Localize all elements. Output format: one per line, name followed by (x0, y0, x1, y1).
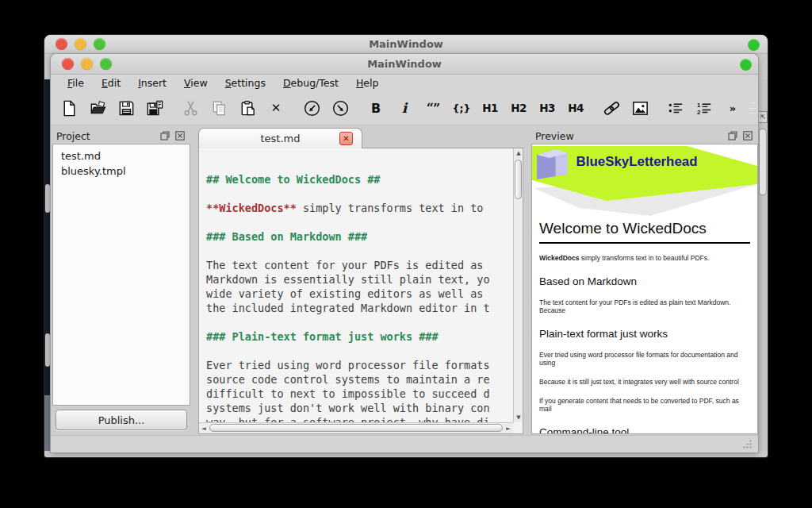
undo-button[interactable] (300, 96, 324, 120)
editor-text[interactable]: ## Welcome to WickedDocs ## **WickedDocs… (199, 148, 513, 422)
preview-panel-title: Preview (535, 130, 724, 142)
blockquote-button[interactable]: “” (421, 96, 445, 120)
bold-button[interactable]: B (364, 96, 388, 120)
bullet-list-button[interactable] (664, 96, 688, 120)
cut-icon (182, 99, 200, 117)
float-panel-button[interactable] (159, 130, 171, 142)
overflow-button[interactable]: » (721, 96, 745, 120)
scroll-left-arrow-icon[interactable]: ◄ (199, 424, 209, 433)
editor-line (206, 215, 513, 229)
copy-button[interactable] (207, 96, 231, 120)
editor-line: the included integrated Markdown editor … (206, 301, 513, 315)
dock-area: Project test.mdbluesky.tmpl Publish... (51, 125, 758, 435)
preview-p: Ever tried using word processor file for… (539, 351, 750, 367)
heading3-button[interactable]: H3 (535, 96, 559, 120)
link-button[interactable] (599, 96, 623, 120)
editor-tab-bar: test.md ✕ (198, 128, 523, 148)
close-panel-button[interactable] (174, 130, 186, 142)
editor-pane: test.md ✕ ## Welcome to WickedDocs ## **… (198, 128, 523, 434)
code-button[interactable]: {;} (450, 96, 473, 120)
toolbar: ✕Bi“”{;}H1H2H3H412» (51, 91, 758, 125)
project-file[interactable]: test.md (53, 148, 190, 164)
save-button[interactable] (114, 96, 138, 120)
link-icon (603, 99, 621, 117)
close-icon (175, 131, 185, 140)
cut-button[interactable] (178, 96, 202, 120)
editor-vertical-scrollbar[interactable]: ▲ ▼ (513, 148, 523, 422)
project-file[interactable]: bluesky.tmpl (53, 164, 190, 179)
scrollbar-thumb[interactable] (515, 160, 522, 199)
editor-line: ### Based on Markdown ### (206, 229, 513, 244)
heading4-button[interactable]: H4 (564, 96, 588, 120)
editor-line: difficult to next to impossible to succe… (206, 387, 513, 401)
editor-line (206, 244, 513, 258)
screen: MainWindow ⇱ MainWindow FileEditInse (0, 0, 812, 508)
preview-h2: Based on Markdown (539, 275, 750, 287)
close-tab-button[interactable]: ✕ (339, 132, 353, 145)
preview-h1: Welcome to WickedDocs (539, 220, 750, 244)
svg-text:1: 1 (697, 101, 701, 108)
menu-view[interactable]: View (175, 75, 216, 90)
menu-settings[interactable]: Settings (216, 75, 274, 90)
preview-h2: Command-line tool (539, 426, 750, 434)
menu-debug-test[interactable]: Debug/Test (274, 75, 347, 90)
editor-horizontal-scrollbar[interactable]: ◄ ► (199, 422, 513, 433)
project-file-list[interactable]: test.mdbluesky.tmpl (52, 144, 190, 406)
outer-scroll-fragment (45, 184, 50, 213)
letterhead-text: BlueSkyLetterhead (576, 154, 698, 169)
scroll-down-arrow-icon[interactable]: ▼ (514, 413, 523, 422)
menubar: FileEditInsertViewSettingsDebug/TestHelp (51, 75, 758, 91)
image-button[interactable] (628, 96, 652, 120)
toolbar-handle[interactable] (749, 102, 756, 114)
preview-h2: Plain-text format just works (539, 328, 750, 340)
preview-panel: Preview (531, 128, 758, 434)
new-file-button[interactable] (57, 96, 81, 120)
close-panel-button[interactable] (741, 130, 754, 142)
outer-left-strip (44, 79, 51, 451)
heading2-button[interactable]: H2 (507, 96, 530, 120)
editor-line (206, 187, 513, 201)
markdown-editor[interactable]: ## Welcome to WickedDocs ## **WickedDocs… (198, 148, 523, 434)
delete-button[interactable]: ✕ (264, 96, 288, 120)
letterhead-banner: BlueSkyLetterhead (532, 144, 757, 217)
resize-grip-icon[interactable] (742, 439, 753, 449)
main-window: MainWindow FileEditInsertViewSettingsDeb… (51, 54, 758, 452)
menu-file[interactable]: File (59, 75, 93, 90)
menu-insert[interactable]: Insert (129, 75, 175, 90)
numbered-list-button[interactable]: 12 (692, 96, 716, 120)
menu-help[interactable]: Help (347, 75, 388, 90)
save-as-button[interactable] (143, 96, 167, 120)
float-panel-button[interactable] (726, 130, 739, 142)
publish-button[interactable]: Publish... (56, 410, 187, 430)
preview-page: BlueSkyLetterhead Welcome to WickedDocsW… (531, 144, 758, 434)
float-icon (160, 131, 170, 140)
editor-line: source code control systems to maintain … (206, 372, 513, 387)
status-bar (51, 435, 758, 452)
redo-button[interactable] (328, 96, 352, 120)
window-title: MainWindow (51, 58, 758, 70)
outer-window: MainWindow ⇱ MainWindow FileEditInse (44, 35, 768, 457)
scroll-right-arrow-icon[interactable]: ► (504, 424, 513, 433)
preview-p: The text content for your PDFs is edited… (539, 298, 750, 314)
toolbar-extension-button[interactable]: ⇱ (758, 111, 768, 123)
scroll-up-arrow-icon[interactable]: ▲ (514, 148, 523, 158)
open-button[interactable] (86, 96, 109, 120)
outer-titlebar[interactable]: MainWindow (44, 35, 768, 54)
heading1-button[interactable]: H1 (478, 96, 502, 120)
outer-scrollbar-thumb[interactable] (759, 129, 767, 195)
tab-test-md[interactable]: test.md ✕ (198, 128, 362, 148)
paste-button[interactable] (236, 96, 259, 120)
preview-panel-header: Preview (531, 128, 758, 144)
italic-button[interactable]: i (393, 96, 416, 120)
window-status-dot[interactable] (740, 59, 752, 71)
titlebar[interactable]: MainWindow (51, 54, 758, 75)
scrollbar-thumb[interactable] (209, 424, 503, 432)
copy-icon (210, 99, 228, 117)
new-file-icon (60, 99, 79, 117)
outer-window-title: MainWindow (44, 38, 768, 50)
editor-line: Ever tried using word processor file for… (206, 358, 513, 372)
window-status-dot[interactable] (748, 39, 760, 51)
menu-edit[interactable]: Edit (93, 75, 129, 90)
preview-p: If you generate content that needs to be… (539, 397, 750, 413)
outer-scroll-fragment (45, 333, 50, 367)
